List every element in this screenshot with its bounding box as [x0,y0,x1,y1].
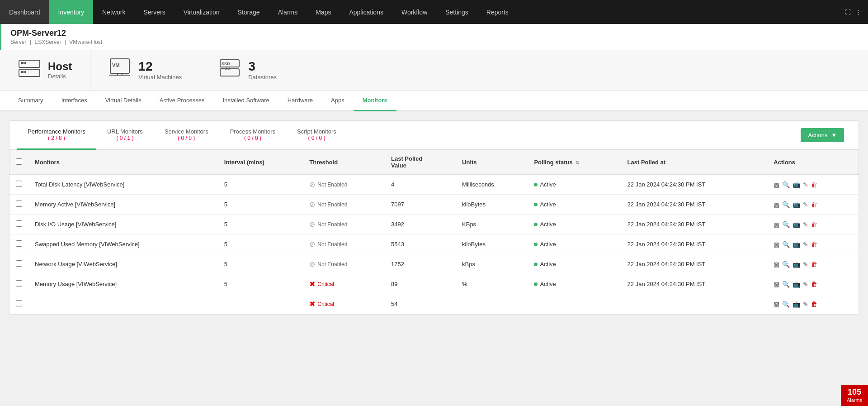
vm-text: 12 Virtual Machines [138,59,182,81]
tab-monitors[interactable]: Monitors [354,91,396,111]
nav-item-workflow[interactable]: Workflow [392,0,436,24]
row-6-checkbox[interactable] [16,300,22,306]
monitor-tab-performance[interactable]: Performance Monitors ( 2 / 8 ) [17,121,96,150]
search-icon[interactable]: 🔍 [782,261,790,268]
row-1-threshold: ⊘ Not Enabled [303,195,385,215]
search-icon[interactable]: 🔍 [782,221,790,228]
row-0-units: Milliseconds [456,175,528,195]
row-4-checkbox[interactable] [16,260,22,267]
chart-icon[interactable]: ▩ [774,281,779,288]
nav-item-inventory[interactable]: Inventory [49,0,94,24]
edit-icon[interactable]: ✎ [803,181,808,188]
search-icon[interactable]: 🔍 [782,201,790,208]
nav-item-network[interactable]: Network [93,0,134,24]
polling-sort-icon[interactable]: ⇅ [576,160,579,165]
summary-host[interactable]: Host Details [0,50,90,90]
row-0-checkbox[interactable] [16,181,22,187]
delete-icon[interactable]: 🗑 [811,301,817,308]
row-1-checkbox[interactable] [16,201,22,207]
search-icon[interactable]: 🔍 [782,281,790,288]
monitor-tab-process[interactable]: Process Monitors ( 0 / 0 ) [219,121,286,150]
monitor-icon[interactable]: 📺 [793,241,800,248]
chart-icon[interactable]: ▩ [774,221,779,228]
monitor-tab-service[interactable]: Service Monitors ( 0 / 0 ) [154,121,219,150]
tag-vmware: VMware-Host [69,39,102,45]
nav-item-alarms[interactable]: Alarms [269,0,307,24]
resize-icon[interactable]: ⛶ [845,9,851,15]
summary-vms[interactable]: VM 12 Virtual Machines [90,50,200,90]
search-icon[interactable]: 🔍 [782,181,790,188]
edit-icon[interactable]: ✎ [803,281,808,288]
top-nav: Dashboard Inventory Network Servers Virt… [0,0,868,24]
chart-icon[interactable]: ▩ [774,261,779,268]
search-icon[interactable]: 🔍 [782,241,790,248]
delete-icon[interactable]: 🗑 [811,241,817,248]
nav-item-settings[interactable]: Settings [436,0,477,24]
monitor-icon[interactable]: 📺 [793,201,800,208]
monitor-icon[interactable]: 📺 [793,301,800,308]
monitor-icon[interactable]: 📺 [793,181,800,188]
host-label: Details [48,73,72,80]
chart-icon[interactable]: ▩ [774,201,779,208]
nav-item-storage[interactable]: Storage [229,0,269,24]
row-1-interval: 5 [218,195,303,215]
monitor-icon[interactable]: 📺 [793,281,800,288]
edit-icon[interactable]: ✎ [803,201,808,208]
chart-icon[interactable]: ▩ [774,241,779,248]
tab-nav: Summary Interfaces Virtual Details Activ… [0,91,868,111]
edit-icon[interactable]: ✎ [803,261,808,268]
nav-item-applications[interactable]: Applications [340,0,392,24]
edit-icon[interactable]: ✎ [803,241,808,248]
select-all-checkbox[interactable] [16,158,22,165]
tab-virtual-details[interactable]: Virtual Details [96,91,151,111]
row-2-checkbox-cell [9,215,28,234]
monitor-icon[interactable]: 📺 [793,221,800,228]
delete-icon[interactable]: 🗑 [811,181,817,188]
row-3-checkbox[interactable] [16,240,22,247]
menu-icon[interactable]: ⋮ [855,9,861,15]
nav-icons: ⛶ ⋮ [838,0,868,24]
row-4-units: kBps [456,254,528,274]
tab-interfaces[interactable]: Interfaces [52,91,96,111]
tab-apps[interactable]: Apps [322,91,354,111]
monitor-tab-script[interactable]: Script Monitors ( 0 / 0 ) [286,121,347,150]
tab-installed-software[interactable]: Installed Software [213,91,278,111]
row-4-interval: 5 [218,254,303,274]
monitor-tabs: Performance Monitors ( 2 / 8 ) URL Monit… [9,121,859,150]
edit-icon[interactable]: ✎ [803,301,808,308]
monitor-icon[interactable]: 📺 [793,261,800,268]
tab-active-processes[interactable]: Active Processes [151,91,214,111]
row-5-last-polled: 89 [385,274,456,294]
col-last-polled-value: Last PolledValue [385,150,456,175]
host-text: Host Details [48,60,72,80]
delete-icon[interactable]: 🗑 [811,281,817,288]
row-6-polling-status [528,294,621,314]
summary-datastores[interactable]: SSD HDD 3 Datastores [200,50,295,90]
not-enabled-icon: ⊘ [309,180,315,189]
search-icon[interactable]: 🔍 [782,301,790,308]
nav-item-maps[interactable]: Maps [307,0,340,24]
row-2-checkbox[interactable] [16,220,22,227]
row-3-units: kiloBytes [456,234,528,254]
nav-item-virtualization[interactable]: Virtualization [175,0,229,24]
row-5-monitor-name: Memory Usage [VIWebService] [28,274,218,294]
tab-hardware[interactable]: Hardware [278,91,322,111]
monitor-table: Monitors Interval (mins) Threshold Last … [9,150,859,314]
delete-icon[interactable]: 🗑 [811,221,817,228]
row-5-checkbox[interactable] [16,280,22,287]
actions-button[interactable]: Actions ▼ [801,128,844,142]
status-dot [534,282,538,286]
chart-icon[interactable]: ▩ [774,181,779,188]
nav-item-servers[interactable]: Servers [134,0,174,24]
chart-icon[interactable]: ▩ [774,301,779,308]
nav-item-dashboard[interactable]: Dashboard [0,0,49,24]
table-header-row: Monitors Interval (mins) Threshold Last … [9,150,859,175]
monitor-tab-url[interactable]: URL Monitors ( 0 / 1 ) [96,121,154,150]
nav-item-reports[interactable]: Reports [477,0,518,24]
tab-summary[interactable]: Summary [9,91,52,111]
row-0-last-polled-at: 22 Jan 2024 04:24:30 PM IST [621,175,768,195]
edit-icon[interactable]: ✎ [803,221,808,228]
delete-icon[interactable]: 🗑 [811,261,817,268]
delete-icon[interactable]: 🗑 [811,201,817,208]
svg-rect-1 [21,62,24,64]
